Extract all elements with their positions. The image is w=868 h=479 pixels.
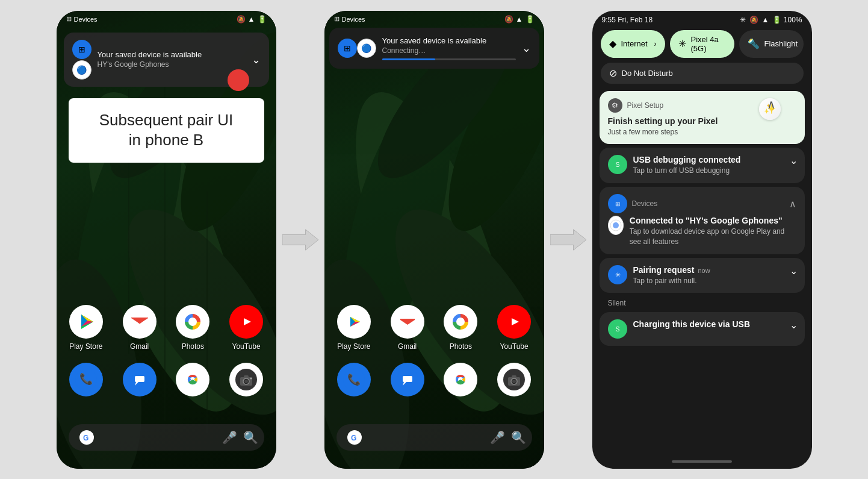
charging-notification[interactable]: S Charging this device via USB ⌄	[600, 312, 805, 346]
app-chrome-2[interactable]	[443, 363, 479, 396]
app-row-1-1: Play Store Gmail Photos	[57, 305, 276, 351]
svg-marker-33	[282, 229, 318, 249]
phone-2-notification-expanded[interactable]: ⊞ 🔵 Your saved device is available Conne…	[329, 28, 539, 69]
phone-1-dock: G 🎤 🔍	[69, 424, 264, 451]
app-gmail-2[interactable]: Gmail	[389, 305, 425, 351]
lens-icon-1[interactable]: 🔍	[243, 430, 258, 445]
internet-tile-label: Internet	[621, 39, 648, 48]
devices-notif-icon: ⊞	[608, 194, 627, 213]
youtube-icon-2	[497, 305, 531, 339]
pixel-tile[interactable]: ✳ Pixel 4a (5G)	[670, 30, 734, 58]
devices-notif-icon-1: ⊞	[72, 40, 91, 59]
mic-icon-2[interactable]: 🎤	[490, 430, 505, 445]
svg-text:S: S	[615, 161, 619, 168]
photos-icon-2	[444, 305, 477, 339]
usb-debug-notification[interactable]: S USB debugging connected Tap to turn of…	[600, 148, 805, 183]
notif-chevron-2[interactable]: ⌄	[522, 42, 531, 55]
svg-rect-58	[512, 375, 516, 378]
shade-status-right: ✳ 🔕 ▲ 🔋 100%	[740, 16, 802, 24]
phone-2-bg	[324, 11, 544, 469]
usb-debug-title: USB debugging connected	[633, 155, 741, 164]
usb-debug-icon: S	[608, 155, 627, 174]
dock-icons-2: 🎤 🔍	[490, 430, 526, 445]
youtube-label-1: YouTube	[232, 342, 261, 351]
flashlight-tile-label: Flashlight	[764, 39, 798, 48]
dnd-tile-label: Do Not Disturb	[622, 69, 673, 78]
lens-icon-2[interactable]: 🔍	[511, 430, 526, 445]
usb-debug-body: Tap to turn off USB debugging	[633, 166, 741, 176]
phone-2-app-grid: Play Store Gmail Photos	[324, 305, 544, 396]
app-play-store-2[interactable]: Play Store	[336, 305, 372, 351]
app-messages-2[interactable]	[389, 363, 425, 396]
progress-bar-fill	[382, 58, 436, 60]
phone-icon-2: 📞	[337, 363, 371, 396]
dock-icons-1: 🎤 🔍	[222, 430, 258, 445]
gmail-icon-1	[123, 305, 157, 339]
svg-point-31	[250, 377, 252, 379]
devices-icon-symbol: ⊞	[78, 45, 85, 54]
svg-rect-21	[135, 376, 144, 382]
play-store-icon-2	[337, 305, 371, 339]
pairing-time: now	[698, 267, 710, 274]
pixel-tile-label: Pixel 4a (5G)	[691, 35, 726, 53]
app-play-store-1[interactable]: Play Store	[69, 305, 104, 351]
arrow-1	[282, 228, 318, 252]
phone-3-status-bar: 9:55 Fri, Feb 18 ✳ 🔕 ▲ 🔋 100%	[592, 11, 812, 27]
svg-text:S: S	[615, 326, 619, 333]
usb-debug-expand-icon[interactable]: ⌄	[790, 155, 798, 166]
status-bar-right-2: 🔕 ▲ 🔋	[504, 15, 535, 23]
pairing-notification[interactable]: ✳ Pairing request now Tap to pair with n…	[600, 258, 805, 293]
vysor-notif-icon-2: 🔵	[357, 39, 376, 58]
app-camera-1[interactable]	[229, 363, 264, 396]
charging-inline: S Charging this device via USB	[608, 319, 796, 339]
pixel-setup-notification[interactable]: ⚙ Pixel Setup ✨ ∧ Finish setting up your…	[600, 91, 805, 145]
pairing-body: Tap to pair with null.	[633, 276, 710, 286]
mute-icon-1: 🔕	[237, 15, 246, 23]
mic-icon-1[interactable]: 🎤	[222, 430, 237, 445]
vysor-sym-2: 🔵	[361, 43, 371, 53]
app-camera-2[interactable]	[497, 363, 532, 396]
notification-list: ⚙ Pixel Setup ✨ ∧ Finish setting up your…	[592, 87, 812, 350]
shade-time: 9:55 Fri, Feb 18	[602, 16, 653, 24]
app-photos-2[interactable]: Photos	[443, 305, 479, 351]
svg-rect-30	[244, 375, 249, 378]
svg-point-66	[613, 222, 619, 228]
app-gmail-1[interactable]: Gmail	[122, 305, 157, 351]
devices-notif-header: ⊞ Devices ∧	[608, 194, 796, 213]
flashlight-tile[interactable]: 🔦 Flashlight	[739, 30, 804, 58]
main-container: ⊞ Devices 🔕 ▲ 🔋 ⊞ 🔵 Your saved device is…	[0, 0, 868, 479]
app-messages-1[interactable]	[122, 363, 157, 396]
app-row-2-2: 📞	[324, 363, 544, 396]
svg-point-29	[244, 380, 248, 383]
notif-chevron-1[interactable]: ⌄	[252, 53, 261, 66]
app-phone-2[interactable]: 📞	[336, 363, 372, 396]
pixel-setup-app-name: Pixel Setup	[627, 101, 664, 110]
pixel-setup-collapse-icon[interactable]: ∧	[767, 97, 776, 111]
dock-search-1[interactable]: G	[75, 430, 222, 445]
phone-1-app-grid: Play Store Gmail Photos	[57, 305, 276, 396]
app-phone-1[interactable]: 📞	[69, 363, 104, 396]
devices-collapse-icon[interactable]: ∧	[789, 198, 796, 210]
app-photos-1[interactable]: Photos	[175, 305, 211, 351]
app-youtube-2[interactable]: YouTube	[497, 305, 532, 351]
charging-expand-icon[interactable]: ⌄	[790, 319, 798, 331]
dock-search-2[interactable]: G	[343, 430, 490, 445]
devices-notification[interactable]: ⊞ Devices ∧ Connected to "HY's Google Gp…	[600, 187, 805, 254]
mute-icon-2: 🔕	[504, 15, 513, 23]
youtube-icon-1	[229, 305, 263, 339]
notif-title-1: Your saved device is available	[98, 50, 246, 59]
svg-text:⊞: ⊞	[615, 201, 620, 207]
app-chrome-1[interactable]	[175, 363, 211, 396]
vysor-notif-icon-1: 🔵	[72, 60, 91, 80]
gmail-icon-2	[391, 305, 424, 339]
app-youtube-1[interactable]: YouTube	[229, 305, 264, 351]
devices-sym-2: ⊞	[344, 43, 351, 53]
dnd-tile[interactable]: ⊘ Do Not Disturb	[601, 63, 804, 84]
camera-icon-2	[497, 363, 531, 396]
notif-subtitle-1: HY's Google Gphones	[98, 60, 246, 69]
pixel-setup-body: Just a few more steps	[608, 127, 796, 137]
pairing-expand-icon[interactable]: ⌄	[790, 265, 798, 277]
devices-title: Connected to "HY's Google Gphones"	[630, 216, 796, 225]
gmail-label-2: Gmail	[398, 342, 417, 351]
internet-tile[interactable]: ◆ Internet ›	[601, 30, 665, 58]
